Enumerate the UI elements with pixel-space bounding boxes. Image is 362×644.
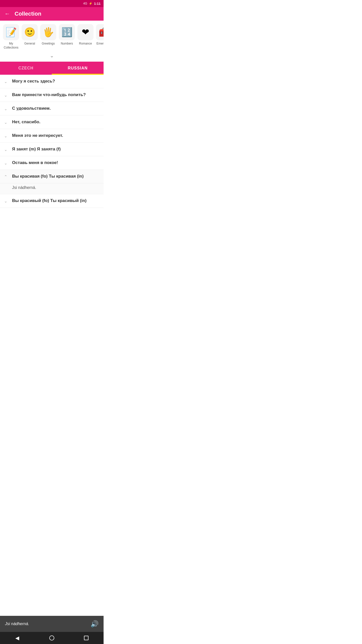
phrase-row-5[interactable]: ⌄ Меня это не интересует. (0, 129, 104, 143)
phrase-row-2[interactable]: ⌄ Вам принести что-нибудь попить? (0, 88, 104, 102)
nav-recent-button[interactable] (82, 633, 91, 642)
category-label-greetings: Greetings (42, 42, 55, 46)
category-row: 📝 My Collections 🙂 General 🖐 Greetings 🔢… (0, 21, 104, 51)
phrase-text-1: Могу я сесть здесь? (12, 79, 100, 84)
header: ← Collection (0, 7, 104, 21)
category-item-numbers[interactable]: 🔢 Numbers (58, 24, 75, 46)
category-icon-romance: ❤ (77, 24, 94, 40)
chevron-down-icon: ⌄ (4, 199, 9, 204)
chevron-down-icon: ⌄ (4, 93, 9, 98)
phrase-list: ⌄ Могу я сесть здесь? ⌄ Вам принести что… (0, 75, 104, 230)
category-item-general[interactable]: 🙂 General (21, 24, 38, 46)
phrase-row-7[interactable]: ⌄ Оставь меня в покое! (0, 156, 104, 170)
nav-back-button[interactable]: ◀ (13, 633, 22, 642)
phrase-item-7[interactable]: ⌄ Оставь меня в покое! (0, 156, 104, 170)
category-icon-general: 🙂 (22, 24, 38, 40)
language-tabs: CZECHRUSSIAN (0, 62, 104, 75)
phrase-text-9: Вы красивый (fo) Ты красивый (in) (12, 198, 100, 203)
category-item-romance[interactable]: ❤ Romance (77, 24, 94, 46)
phrase-text-3: С удовольствием. (12, 106, 100, 111)
phrase-row-3[interactable]: ⌄ С удовольствием. (0, 102, 104, 115)
chevron-down-icon: ⌄ (4, 106, 9, 111)
category-label-romance: Romance (79, 42, 92, 46)
category-icon-my-collections: 📝 (3, 24, 19, 40)
chevron-down-icon: ⌄ (4, 79, 9, 84)
chevron-down-icon: ⌄ (4, 147, 9, 152)
nav-home-button[interactable] (47, 633, 56, 642)
category-icon-greetings: 🖐 (40, 24, 56, 40)
category-item-my-collections[interactable]: 📝 My Collections (3, 24, 20, 50)
home-circle-icon (49, 635, 54, 640)
phrase-row-1[interactable]: ⌄ Могу я сесть здесь? (0, 75, 104, 88)
phrase-text-4: Нет, спасибо. (12, 119, 100, 125)
phrase-item-1[interactable]: ⌄ Могу я сесть здесь? (0, 75, 104, 88)
chevron-down-icon: ⌄ (4, 161, 9, 166)
tab-russian[interactable]: RUSSIAN (52, 62, 104, 75)
phrase-text-5: Меня это не интересует. (12, 133, 100, 138)
phrase-item-4[interactable]: ⌄ Нет, спасибо. (0, 115, 104, 129)
category-label-numbers: Numbers (61, 42, 73, 46)
phrase-item-3[interactable]: ⌄ С удовольствием. (0, 102, 104, 115)
phrase-text-6: Я занят (m) Я занята (f) (12, 147, 100, 152)
category-item-greetings[interactable]: 🖐 Greetings (40, 24, 57, 46)
recent-square-icon (84, 636, 88, 640)
phrase-row-6[interactable]: ⌄ Я занят (m) Я занята (f) (0, 143, 104, 156)
bottom-nav: ◀ (0, 632, 104, 644)
chevron-up-icon: ⌃ (4, 174, 9, 179)
back-button[interactable]: ← (5, 11, 10, 17)
phrase-text-8: Вы красивая (fo) Ты красивая (in) (12, 174, 100, 179)
page-title: Collection (15, 11, 41, 17)
phrase-translation-8: Jsi nádherná. (0, 183, 104, 194)
phrase-item-5[interactable]: ⌄ Меня это не интересует. (0, 129, 104, 143)
category-icon-emergency: 🧰 (96, 24, 104, 40)
category-item-emergency[interactable]: 🧰 Emergency (96, 24, 104, 46)
expand-chevron-icon[interactable]: ⌄ (50, 53, 54, 59)
phrase-item-8[interactable]: ⌃ Вы красивая (fo) Ты красивая (in) Jsi … (0, 170, 104, 194)
category-icon-numbers: 🔢 (59, 24, 75, 40)
expand-row: ⌄ (0, 51, 104, 62)
phrase-row-9[interactable]: ⌄ Вы красивый (fo) Ты красивый (in) (0, 194, 104, 208)
phrase-item-2[interactable]: ⌄ Вам принести что-нибудь попить? (0, 88, 104, 102)
category-label-my-collections: My Collections (3, 42, 19, 50)
phrase-row-8[interactable]: ⌃ Вы красивая (fo) Ты красивая (in) (0, 170, 104, 183)
audio-icon[interactable]: 🔊 (90, 620, 99, 628)
phrase-text-7: Оставь меня в покое! (12, 160, 100, 165)
chevron-down-icon: ⌄ (4, 134, 9, 138)
tab-czech[interactable]: CZECH (0, 62, 52, 75)
audio-bar: Jsi nádherná. 🔊 (0, 616, 104, 632)
phrase-item-6[interactable]: ⌄ Я занят (m) Я занята (f) (0, 143, 104, 156)
time-display: 1:11 (94, 2, 101, 6)
phrase-row-4[interactable]: ⌄ Нет, спасибо. (0, 115, 104, 129)
category-label-emergency: Emergency (97, 42, 104, 46)
signal-icon: 4G (83, 2, 87, 5)
chevron-down-icon: ⌄ (4, 120, 9, 125)
phrase-item-9[interactable]: ⌄ Вы красивый (fo) Ты красивый (in) (0, 194, 104, 208)
phrase-text-2: Вам принести что-нибудь попить? (12, 92, 100, 97)
category-label-general: General (24, 42, 35, 46)
battery-icon: ⚡ (89, 2, 93, 5)
status-bar: 4G ⚡ 1:11 (0, 0, 104, 7)
audio-text: Jsi nádherná. (5, 622, 29, 626)
